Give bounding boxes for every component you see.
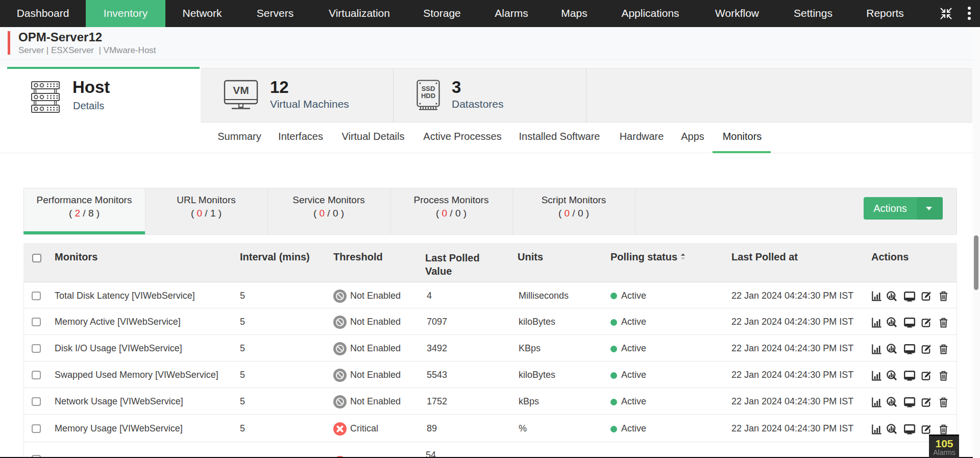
svg-text:HDD: HDD [421, 92, 435, 100]
svg-text:SSD: SSD [422, 85, 435, 92]
svg-text:VM: VM [233, 84, 249, 96]
